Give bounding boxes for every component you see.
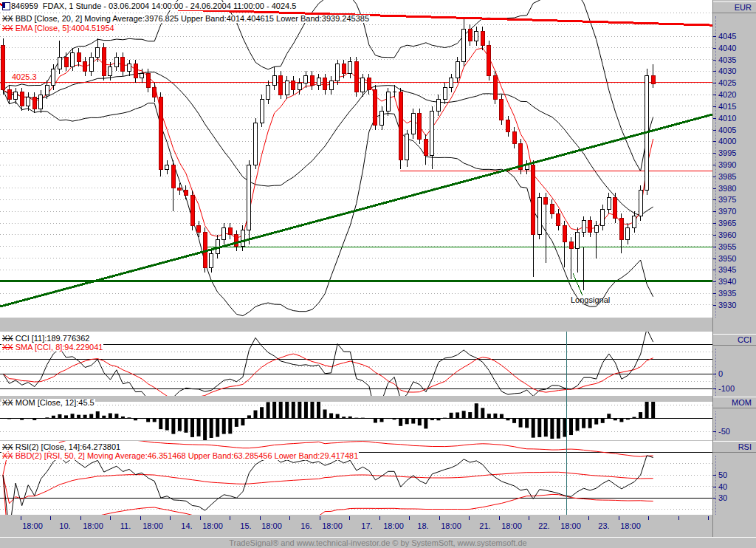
candle: [304, 76, 308, 83]
time-axis-label[interactable]: 14.: [175, 522, 199, 530]
candle: [633, 216, 636, 228]
time-axis-label[interactable]: 17.: [355, 522, 379, 530]
momentum-bar: [493, 414, 497, 418]
momentum-bar: [184, 418, 188, 433]
candle: [639, 191, 642, 216]
time-axis-label[interactable]: 18:00: [260, 522, 284, 530]
rsi-tick-label: 30: [718, 494, 727, 502]
time-axis-label[interactable]: 15.: [234, 522, 258, 530]
price-tick-label: 4005: [718, 126, 736, 134]
momentum-bar: [399, 418, 402, 426]
momentum-bar: [203, 418, 207, 441]
candle: [493, 76, 497, 100]
chart-canvas[interactable]: [0, 0, 756, 548]
rsi-bbd-toggle-icon[interactable]: XX: [2, 451, 13, 460]
candle: [310, 76, 314, 86]
bbd-indicator-label: XX BBD [Close, 20, 2] Moving Average:397…: [1, 15, 370, 23]
axis-tick: [713, 83, 716, 83]
momentum-bar: [487, 414, 491, 418]
time-axis-label[interactable]: 10.: [53, 522, 77, 530]
candle: [506, 120, 510, 132]
momentum-bar: [317, 401, 320, 418]
ema-indicator-label: XX EMA [Close, 5]:4004.51954: [1, 24, 115, 32]
candle: [114, 57, 118, 66]
axis-tick: [713, 258, 716, 259]
momentum-bar: [58, 414, 61, 418]
momentum-bar: [64, 415, 68, 418]
time-axis-label[interactable]: 16.: [295, 522, 318, 530]
cci-sma-toggle-icon[interactable]: XX: [2, 343, 13, 352]
momentum-bar: [228, 418, 232, 434]
time-axis-label[interactable]: 18:00: [21, 522, 44, 530]
momentum-bar: [279, 398, 283, 418]
rsi-tick-label: 50: [718, 471, 727, 479]
candle: [190, 195, 194, 225]
bbd-toggle-icon[interactable]: XX: [2, 14, 13, 23]
candle: [323, 78, 327, 90]
candle: [165, 165, 169, 169]
candle: [71, 52, 75, 66]
price-tick-label: 4020: [718, 91, 736, 99]
cci-tick-label: -100: [718, 385, 735, 393]
momentum-bar: [83, 415, 87, 418]
axis-tick: [713, 177, 716, 177]
momentum-bar: [171, 418, 175, 434]
price-tick-label: 3975: [718, 196, 736, 204]
time-axis-label[interactable]: 11.: [114, 522, 137, 530]
cci-axis-header: CCI: [713, 334, 756, 346]
momentum-bar: [582, 418, 585, 428]
momentum-bar: [588, 418, 592, 428]
momentum-bar: [418, 418, 422, 425]
price-tick-label: 4025: [718, 79, 736, 87]
momentum-bar: [304, 400, 308, 418]
time-axis-label[interactable]: 18:00: [500, 522, 523, 530]
candle: [102, 48, 106, 76]
axis-tick: [713, 118, 716, 119]
time-axis-label[interactable]: 18:00: [382, 522, 405, 530]
time-axis-label[interactable]: 18:00: [141, 522, 165, 530]
axis-tick: [713, 165, 716, 165]
mom-tick-label: -50: [718, 428, 730, 436]
candle: [260, 99, 264, 123]
momentum-bar: [146, 418, 150, 422]
time-axis-label[interactable]: 21.: [473, 522, 497, 530]
time-axis-label[interactable]: 18:00: [81, 522, 105, 530]
time-axis-label[interactable]: 23.: [592, 522, 616, 530]
candle: [292, 81, 295, 90]
momentum-bar: [607, 414, 611, 418]
candle: [443, 88, 447, 100]
momentum-bar: [424, 418, 427, 428]
price-tick-label: 3965: [718, 219, 736, 227]
rsi-toggle-icon[interactable]: XX: [2, 442, 13, 451]
momentum-bar: [456, 412, 459, 418]
time-axis-label[interactable]: 22.: [532, 522, 556, 530]
axis-tick: [713, 498, 716, 499]
time-axis-label[interactable]: 18:00: [559, 522, 583, 530]
time-axis-label[interactable]: 18:00: [439, 522, 463, 530]
candle: [89, 57, 93, 71]
time-axis-label[interactable]: 18.: [411, 522, 435, 530]
price-tick-label: 4040: [718, 44, 736, 52]
momentum-bar: [292, 401, 295, 418]
time-axis-label[interactable]: 18:00: [619, 522, 642, 530]
mom-toggle-icon[interactable]: XX: [2, 398, 13, 407]
momentum-bar: [512, 418, 516, 423]
candle: [32, 97, 36, 109]
axis-tick: [713, 235, 716, 236]
time-axis-label[interactable]: 18:00: [201, 522, 224, 530]
price-tick-label: 3985: [718, 173, 736, 181]
ema-toggle-icon[interactable]: XX: [2, 24, 13, 32]
momentum-bar: [544, 418, 548, 436]
candle: [576, 233, 580, 249]
status-bar-text[interactable]: TradeSignal® and www.technical-investor.…: [229, 538, 526, 547]
momentum-bar: [336, 414, 340, 418]
candle: [241, 230, 244, 247]
candle: [626, 227, 630, 239]
candle: [64, 57, 68, 66]
cci-toggle-icon[interactable]: XX: [2, 334, 13, 343]
momentum-bar: [519, 418, 523, 428]
candle: [512, 132, 516, 144]
candle: [228, 227, 232, 234]
mom-axis-leader: [715, 411, 717, 440]
time-axis-label[interactable]: 18:00: [320, 522, 344, 530]
